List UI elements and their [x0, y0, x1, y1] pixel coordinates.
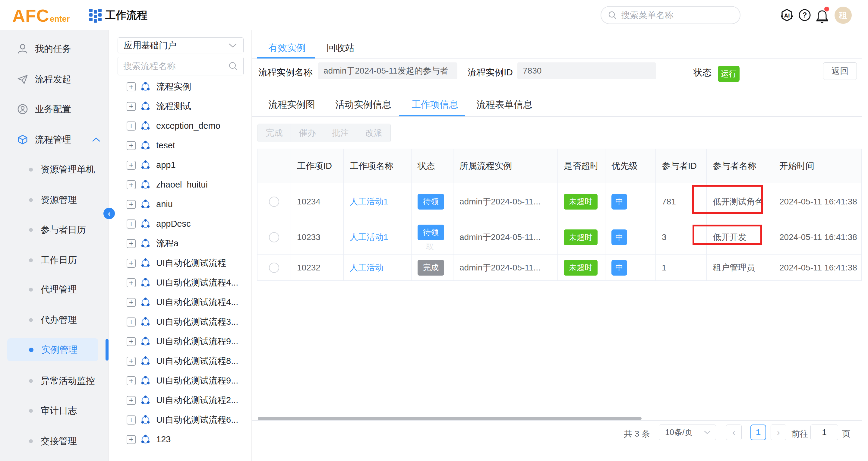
current-page-button[interactable]: 1	[750, 425, 766, 440]
cell-workitem-id: 10232	[291, 255, 344, 281]
sidebar-collapse-button[interactable]: ‹	[103, 208, 115, 219]
expand-icon[interactable]: +	[127, 317, 136, 327]
workitem-name-link[interactable]: 人工活动1	[350, 197, 388, 206]
goto-page-input[interactable]	[810, 425, 838, 440]
prev-page-button[interactable]: ‹	[726, 425, 742, 440]
sidebar-item-abnormal-activity-monitor[interactable]: 异常活动监控	[0, 369, 108, 392]
page-size-select[interactable]: 10条/页	[659, 425, 716, 440]
expand-icon[interactable]: +	[127, 82, 136, 91]
expand-icon[interactable]: +	[127, 416, 136, 425]
sidebar-item-audit-log[interactable]: 审计日志	[0, 399, 108, 422]
expand-icon[interactable]: +	[127, 278, 136, 287]
tree-item[interactable]: + UI自动化测试流程	[108, 253, 252, 273]
back-button[interactable]: 返回	[823, 62, 857, 80]
header-divider	[77, 7, 77, 23]
expand-icon[interactable]: +	[127, 161, 136, 170]
annotate-button[interactable]: 批注	[324, 124, 357, 142]
notifications-button[interactable]	[815, 7, 831, 24]
expand-icon[interactable]: +	[127, 376, 136, 385]
row-radio[interactable]	[269, 263, 279, 273]
tree-item[interactable]: + UI自动化测试流程4...	[108, 293, 252, 312]
tree-item[interactable]: + UI自动化测试流程2...	[108, 391, 252, 410]
process-search[interactable]	[118, 57, 244, 75]
subtab-workitem-info[interactable]: 工作项信息	[411, 98, 458, 111]
ai-assistant-button[interactable]: AI	[780, 8, 794, 22]
tree-item[interactable]: + UI自动化测试流程9...	[108, 332, 252, 351]
afcenter-logo[interactable]: AFC enter	[12, 0, 70, 30]
subtab-form-info[interactable]: 流程表单信息	[476, 98, 532, 111]
tree-item[interactable]: + appDesc	[108, 214, 252, 234]
reassign-button[interactable]: 改派	[357, 124, 391, 142]
instance-id-field[interactable]	[517, 62, 656, 79]
cell-workitem-id: 10234	[291, 183, 344, 220]
tree-item[interactable]: + aniu	[108, 194, 252, 214]
expand-icon[interactable]: +	[127, 141, 136, 150]
sidebar-item-business-config[interactable]: 业务配置	[0, 98, 108, 121]
sidebar-item-handover-mgmt[interactable]: 交接管理	[0, 430, 108, 453]
tree-item[interactable]: + 流程测试	[108, 96, 252, 116]
sidebar-item-process-management[interactable]: 流程管理	[0, 128, 108, 151]
expand-icon[interactable]: +	[127, 219, 136, 228]
tree-item[interactable]: + UI自动化测试流程3...	[108, 312, 252, 332]
sidebar-item-todo-mgmt[interactable]: 代办管理	[0, 308, 108, 331]
main-panel: 有效实例 回收站 流程实例名称 流程实例ID 状态 运行 返回 流程实例图 活动…	[252, 30, 862, 444]
instance-name-field[interactable]	[318, 62, 457, 79]
complete-button[interactable]: 完成	[258, 124, 291, 142]
sidebar-item-instance-mgmt[interactable]: 实例管理	[7, 338, 98, 361]
expand-icon[interactable]: +	[127, 337, 136, 346]
app-select-dropdown[interactable]: 应用基础门户	[118, 37, 244, 53]
process-icon	[140, 316, 151, 328]
tree-item[interactable]: + UI自动化测试流程8...	[108, 351, 252, 371]
expand-icon[interactable]: +	[127, 200, 136, 209]
expand-icon[interactable]: +	[127, 180, 136, 189]
workitem-name-link[interactable]: 人工活动	[350, 263, 383, 272]
tree-item[interactable]: + 流程实例	[108, 77, 252, 96]
expand-icon[interactable]: +	[127, 298, 136, 307]
sidebar-item-label: 实例管理	[41, 344, 78, 356]
expand-icon[interactable]: +	[127, 357, 136, 366]
expand-icon[interactable]: +	[127, 102, 136, 111]
sidebar-item-participant-calendar[interactable]: 参与者日历	[0, 218, 108, 241]
subtab-activity-info[interactable]: 活动实例信息	[335, 98, 391, 111]
avatar[interactable]: 租	[835, 7, 852, 24]
expand-icon[interactable]: +	[127, 396, 136, 405]
tree-item[interactable]: + app1	[108, 155, 252, 175]
expand-icon[interactable]: +	[127, 122, 136, 130]
workitem-table: 工作项ID 工作项名称 状态 所属流程实例 是否超时 优先级 参与者ID 参与者…	[257, 149, 862, 281]
row-radio[interactable]	[269, 232, 279, 242]
next-page-button[interactable]: ›	[771, 425, 786, 440]
expand-icon[interactable]: +	[127, 435, 136, 444]
help-button[interactable]: ?	[798, 8, 812, 22]
tab-valid-instances[interactable]: 有效实例	[268, 41, 306, 54]
tree-item[interactable]: + teset	[108, 136, 252, 155]
sidebar-item-resource-mgmt[interactable]: 资源管理	[0, 188, 108, 211]
cell-participant-id: 781	[656, 183, 707, 220]
sidebar-item-my-tasks[interactable]: 我的任务	[0, 37, 108, 60]
sidebar-item-agent-mgmt[interactable]: 代理管理	[0, 278, 108, 301]
menu-search[interactable]	[600, 6, 741, 24]
tree-item[interactable]: + UI自动化测试流程6...	[108, 410, 252, 430]
horizontal-scrollbar[interactable]	[258, 417, 642, 420]
tree-item[interactable]: + zhaoel_huitui	[108, 175, 252, 194]
bullet-icon	[29, 409, 33, 413]
tree-item[interactable]: + exception_demo	[108, 116, 252, 136]
sidebar-item-process-start[interactable]: 流程发起	[0, 68, 108, 91]
row-radio[interactable]	[269, 196, 279, 207]
workitem-name-link[interactable]: 人工活动1	[350, 233, 388, 242]
tab-recycle-bin[interactable]: 回收站	[327, 41, 354, 54]
tree-item[interactable]: + UI自动化测试流程4...	[108, 273, 252, 293]
menu-search-input[interactable]	[621, 10, 730, 20]
urge-button[interactable]: 催办	[291, 124, 324, 142]
process-search-input[interactable]	[123, 61, 220, 71]
tree-item[interactable]: + UI自动化测试流程9...	[108, 371, 252, 391]
subtab-instance-diagram[interactable]: 流程实例图	[268, 98, 315, 111]
tree-item[interactable]: + 流程a	[108, 234, 252, 253]
expand-icon[interactable]: +	[127, 239, 136, 248]
app-grid-icon[interactable]	[89, 9, 102, 22]
sidebar: 我的任务 流程发起 业务配置 流程管理	[0, 30, 108, 461]
sidebar-item-work-calendar[interactable]: 工作日历	[0, 249, 108, 272]
status-badge: 运行	[718, 66, 740, 82]
sidebar-item-resource-mgmt-standalone[interactable]: 资源管理单机	[0, 158, 108, 181]
tree-item[interactable]: + 123	[108, 430, 252, 449]
expand-icon[interactable]: +	[127, 259, 136, 268]
